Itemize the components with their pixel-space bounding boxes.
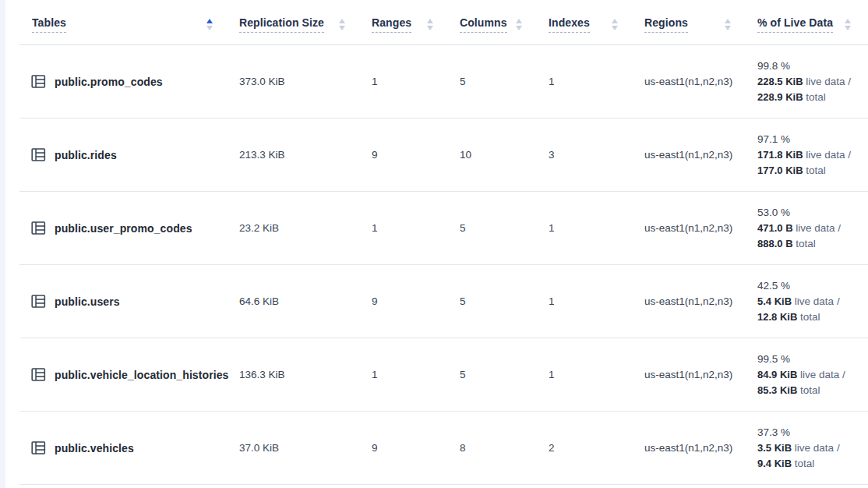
table-name-cell: public.rides xyxy=(19,118,230,191)
table-icon xyxy=(31,221,46,235)
ranges-value: 9 xyxy=(362,118,450,191)
column-header-label: Replication Size xyxy=(239,16,324,33)
sort-icon[interactable] xyxy=(516,19,522,30)
table-name-link[interactable]: public.user_promo_codes xyxy=(55,222,192,235)
indexes-value: 3 xyxy=(539,118,635,191)
live-data-cell: 53.0 % 471.0 B live data / 888.0 B total xyxy=(748,192,868,264)
total-data-line: 85.3 KiB total xyxy=(757,383,820,398)
total-data-line: 888.0 B total xyxy=(757,236,816,252)
table-row: public.vehicles 37.0 KiB 9 8 2 us-east1(… xyxy=(19,412,868,485)
total-data-line: 177.0 KiB total xyxy=(757,163,826,179)
regions-value: us-east1(n1,n2,n3) xyxy=(635,118,748,191)
column-header-replication-size[interactable]: Replication Size xyxy=(230,0,362,44)
live-data-cell: 37.3 % 3.5 KiB live data / 9.4 KiB total xyxy=(748,412,868,484)
column-header-label: Ranges xyxy=(372,16,411,33)
replication-size-value: 23.2 KiB xyxy=(230,192,362,264)
column-header-tables[interactable]: Tables xyxy=(19,0,230,44)
column-header-label: Regions xyxy=(644,16,688,33)
table-name-cell: public.vehicles xyxy=(19,412,230,484)
replication-size-value: 136.3 KiB xyxy=(230,338,362,411)
replication-size-value: 64.6 KiB xyxy=(230,265,362,338)
indexes-value: 1 xyxy=(539,338,635,411)
sort-asc-icon[interactable] xyxy=(612,19,618,23)
table-icon xyxy=(31,74,46,89)
regions-value: us-east1(n1,n2,n3) xyxy=(635,265,748,338)
ranges-value: 1 xyxy=(362,192,450,264)
columns-value: 8 xyxy=(450,412,539,484)
replication-size-value: 373.0 KiB xyxy=(230,45,362,118)
column-header-label: Indexes xyxy=(549,16,590,33)
ranges-value: 9 xyxy=(362,412,450,484)
table-row: public.user_promo_codes 23.2 KiB 1 5 1 u… xyxy=(19,192,868,265)
sort-desc-icon[interactable] xyxy=(427,26,433,30)
table-name-cell: public.promo_codes xyxy=(19,45,230,118)
columns-value: 5 xyxy=(450,265,539,338)
table-icon xyxy=(31,367,46,382)
sort-icon[interactable] xyxy=(612,19,618,30)
indexes-value: 1 xyxy=(539,265,635,338)
replication-size-value: 213.3 KiB xyxy=(230,118,362,191)
sort-desc-icon[interactable] xyxy=(516,26,522,30)
sort-desc-icon[interactable] xyxy=(845,26,851,30)
live-data-percent: 53.0 % xyxy=(757,205,790,221)
sort-desc-icon[interactable] xyxy=(339,26,345,30)
live-data-percent: 37.3 % xyxy=(757,425,790,440)
table-name-link[interactable]: public.rides xyxy=(55,149,117,161)
column-header-indexes[interactable]: Indexes xyxy=(539,0,635,44)
ranges-value: 9 xyxy=(362,265,450,338)
sort-asc-icon[interactable] xyxy=(427,19,433,23)
table-icon xyxy=(31,147,46,162)
sort-asc-icon[interactable] xyxy=(339,19,345,23)
sort-icon[interactable] xyxy=(725,19,731,30)
total-data-line: 228.9 KiB total xyxy=(757,90,826,105)
ranges-value: 1 xyxy=(362,338,450,411)
sort-icon[interactable] xyxy=(206,19,213,30)
table-name-cell: public.user_promo_codes xyxy=(19,192,230,264)
live-data-cell: 97.1 % 171.8 KiB live data / 177.0 KiB t… xyxy=(748,118,868,191)
sort-desc-icon[interactable] xyxy=(612,26,618,30)
live-data-percent: 97.1 % xyxy=(757,132,790,147)
regions-value: us-east1(n1,n2,n3) xyxy=(635,192,748,264)
live-data-cell: 99.5 % 84.9 KiB live data / 85.3 KiB tot… xyxy=(748,338,868,411)
table-name-link[interactable]: public.vehicle_location_histories xyxy=(55,369,228,381)
live-data-cell: 99.8 % 228.5 KiB live data / 228.9 KiB t… xyxy=(748,45,868,118)
live-data-line: 5.4 KiB live data / xyxy=(757,294,840,309)
column-header-regions[interactable]: Regions xyxy=(635,0,748,44)
table-row: public.users 64.6 KiB 9 5 1 us-east1(n1,… xyxy=(19,265,868,338)
live-data-line: 228.5 KiB live data / xyxy=(757,74,851,90)
regions-value: us-east1(n1,n2,n3) xyxy=(635,45,748,118)
regions-value: us-east1(n1,n2,n3) xyxy=(635,338,748,411)
table-name-cell: public.users xyxy=(19,265,230,338)
indexes-value: 1 xyxy=(539,45,635,118)
regions-value: us-east1(n1,n2,n3) xyxy=(635,412,748,484)
table-name-link[interactable]: public.users xyxy=(55,295,120,308)
columns-value: 5 xyxy=(450,192,539,264)
table-body: public.promo_codes 373.0 KiB 1 5 1 us-ea… xyxy=(19,45,868,485)
column-header-pct-live-data[interactable]: % of Live Data xyxy=(748,0,868,44)
table-name-link[interactable]: public.vehicles xyxy=(55,442,134,454)
total-data-line: 9.4 KiB total xyxy=(757,456,814,472)
indexes-value: 2 xyxy=(539,412,635,484)
sort-asc-icon[interactable] xyxy=(725,19,731,23)
sort-asc-icon[interactable] xyxy=(845,19,851,23)
column-header-columns[interactable]: Columns xyxy=(450,0,539,44)
table-row: public.vehicle_location_histories 136.3 … xyxy=(19,338,868,412)
table-row: public.rides 213.3 KiB 9 10 3 us-east1(n… xyxy=(19,118,868,192)
table-icon xyxy=(31,440,46,455)
live-data-line: 171.8 KiB live data / xyxy=(757,147,851,163)
table-icon xyxy=(31,294,46,309)
columns-value: 5 xyxy=(450,45,539,118)
live-data-line: 84.9 KiB live data / xyxy=(757,367,845,383)
columns-value: 5 xyxy=(450,338,539,411)
column-header-ranges[interactable]: Ranges xyxy=(362,0,450,44)
sort-asc-icon[interactable] xyxy=(516,19,522,23)
sort-desc-icon[interactable] xyxy=(206,26,213,30)
sort-asc-icon[interactable] xyxy=(206,19,213,23)
sort-desc-icon[interactable] xyxy=(725,26,731,30)
sort-icon[interactable] xyxy=(427,19,433,30)
sort-icon[interactable] xyxy=(845,19,851,30)
ranges-value: 1 xyxy=(362,45,450,118)
sort-icon[interactable] xyxy=(339,19,345,30)
table-name-link[interactable]: public.promo_codes xyxy=(55,76,163,88)
columns-value: 10 xyxy=(450,118,539,191)
